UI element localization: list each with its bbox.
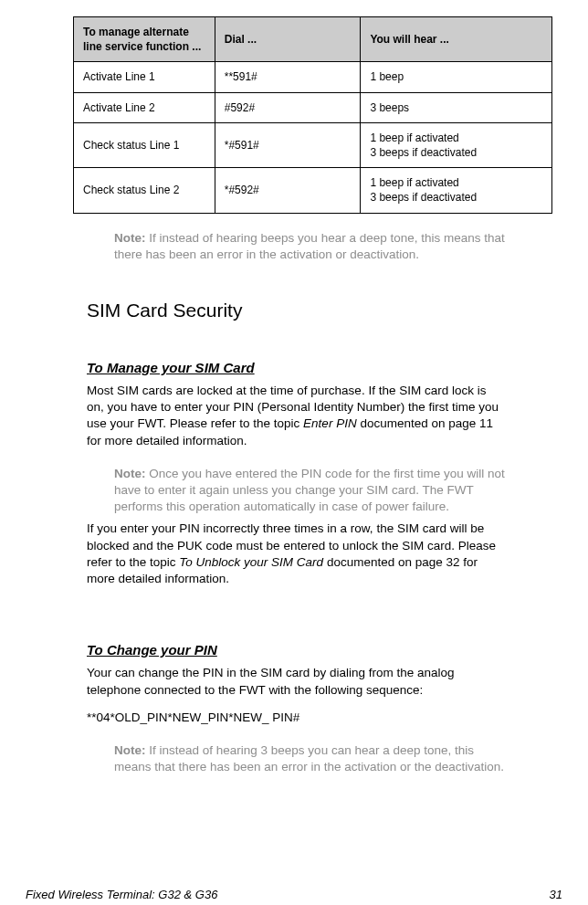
table-row: Activate Line 1 **591# 1 beep [74,62,552,92]
heading-sim-card-security: SIM Card Security [87,300,588,321]
note-text: If instead of hearing 3 beeps you can he… [114,743,504,773]
header-function: To manage alternate line service functio… [74,17,215,62]
para-manage-1: Most SIM cards are locked at the time of… [87,383,506,449]
note-text: If instead of hearing beeps you hear a d… [114,231,505,261]
footer-title: Fixed Wireless Terminal: G32 & G36 [26,888,217,901]
table-header-row: To manage alternate line service functio… [74,17,552,62]
note-pin-auto: Note: Once you have entered the PIN code… [114,466,506,516]
note-label: Note: [114,467,146,480]
note-text: Once you have entered the PIN code for t… [114,467,505,513]
document-page: To manage alternate line service functio… [0,16,588,905]
header-dial: Dial ... [215,17,361,62]
note-label: Note: [114,743,146,757]
cell-dial: **591# [215,62,361,92]
cell-dial: #592# [215,92,361,122]
topic-reference: Enter PIN [303,416,357,430]
page-footer: Fixed Wireless Terminal: G32 & G36 31 [26,888,562,901]
header-hear: You will hear ... [361,17,552,62]
note-change-pin-error: Note: If instead of hearing 3 beeps you … [114,742,506,775]
cell-hear: 1 beep [361,62,552,92]
note-label: Note: [114,231,146,245]
table-row: Check status Line 1 *#591# 1 beep if act… [74,122,552,167]
cell-function: Activate Line 1 [74,62,215,92]
table-row: Check status Line 2 *#592# 1 beep if act… [74,168,552,213]
cell-hear: 1 beep if activated 3 beeps if deactivat… [361,122,552,167]
cell-function: Activate Line 2 [74,92,215,122]
heading-change-pin: To Change your PIN [87,642,588,658]
topic-reference: To Unblock your SIM Card [179,555,323,569]
cell-hear: 1 beep if activated 3 beeps if deactivat… [361,168,552,213]
footer-page-number: 31 [550,888,562,901]
cell-hear: 3 beeps [361,92,552,122]
cell-function: Check status Line 2 [74,168,215,213]
note-error-beeps: Note: If instead of hearing beeps you he… [114,230,506,263]
heading-manage-sim: To Manage your SIM Card [87,360,588,375]
service-function-table: To manage alternate line service functio… [73,16,552,214]
cell-function: Check status Line 1 [74,122,215,167]
cell-dial: *#592# [215,168,361,213]
para-change-1: Your can change the PIN in the SIM card … [87,665,506,698]
para-manage-2: If you enter your PIN incorrectly three … [87,521,506,587]
cell-dial: *#591# [215,122,361,167]
table-row: Activate Line 2 #592# 3 beeps [74,92,552,122]
dial-sequence: **04*OLD_PIN*NEW_PIN*NEW_ PIN# [87,710,506,726]
